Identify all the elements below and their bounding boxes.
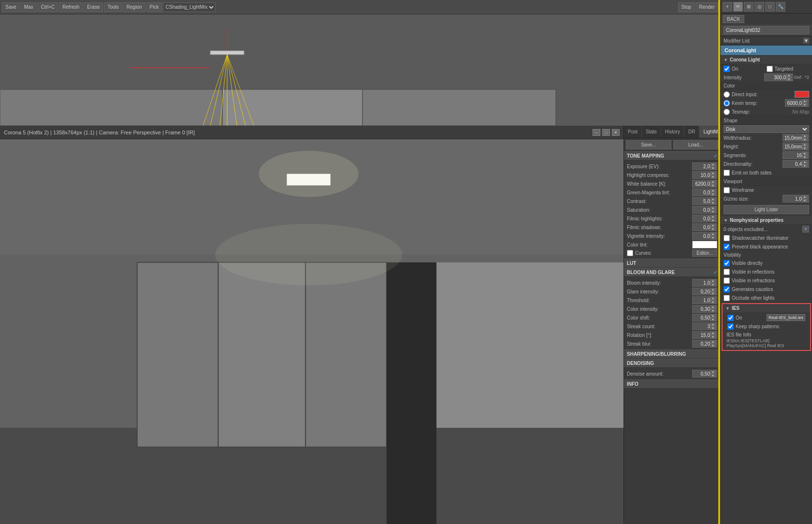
- wb-spin-up[interactable]: ▲: [710, 180, 716, 184]
- exposure-spin-up[interactable]: ▲: [710, 162, 716, 166]
- tab-dr[interactable]: DR: [684, 126, 699, 138]
- pick-button[interactable]: Pick: [146, 2, 162, 12]
- gizmo-size-input[interactable]: 1,0 ▲▼: [783, 195, 809, 203]
- on-checkbox[interactable]: [724, 66, 730, 72]
- minimize-button[interactable]: –: [593, 129, 600, 136]
- ctrl-c-button[interactable]: Ctrl+C: [38, 2, 58, 12]
- ies-file-button[interactable]: Real-IES_bold.ies: [767, 314, 805, 321]
- kelvin-radio[interactable]: [724, 100, 730, 106]
- highlight-spin-down[interactable]: ▼: [710, 175, 716, 179]
- tone-mapping-header[interactable]: TONE MAPPING ✓: [624, 151, 720, 160]
- direct-input-radio[interactable]: [724, 91, 730, 98]
- contrast-input[interactable]: 5,0 ▲▼: [692, 197, 717, 205]
- wireframe-row: Wireframe: [721, 186, 812, 194]
- wb-spin-down[interactable]: ▼: [710, 184, 716, 188]
- prevent-black-checkbox[interactable]: [724, 244, 730, 250]
- bloom-intensity-input[interactable]: 1,0 ▲▼: [692, 279, 717, 287]
- intensity-input[interactable]: 300,0 ▲▼: [764, 73, 793, 81]
- bloom-glare-header[interactable]: BLOOM AND GLARE ✓: [624, 268, 720, 277]
- hierarchy-icon[interactable]: ⊞: [744, 2, 754, 12]
- lut-header[interactable]: LUT: [624, 259, 720, 268]
- filmic-highlights-input[interactable]: 0,0 ▲▼: [692, 215, 717, 222]
- exposure-spin-down[interactable]: ▼: [710, 166, 716, 170]
- tab-history[interactable]: History: [661, 126, 684, 138]
- tab-stats[interactable]: Stats: [642, 126, 661, 138]
- color-intensity-input[interactable]: 0,30 ▲▼: [692, 305, 717, 313]
- height-input[interactable]: 15,0mm ▲▼: [783, 143, 809, 150]
- modifier-list-dropdown[interactable]: ▼: [803, 38, 809, 44]
- add-object-button[interactable]: +: [802, 226, 809, 233]
- generates-caustics-checkbox[interactable]: [724, 286, 730, 292]
- modify-icon[interactable]: ✏: [733, 2, 743, 12]
- highlight-spin-up[interactable]: ▲: [710, 171, 716, 175]
- visible-directly-checkbox[interactable]: [724, 260, 730, 266]
- tab-lightmix[interactable]: LightMix: [699, 126, 720, 138]
- denoise-input[interactable]: 0,50 ▲▼: [692, 370, 717, 378]
- glare-intensity-input[interactable]: 0,20 ▲▼: [692, 288, 717, 295]
- nonphysical-header[interactable]: ▼ Nonphysical properties: [721, 216, 812, 225]
- render-button[interactable]: Render: [696, 2, 718, 12]
- stop-button[interactable]: Stop: [678, 2, 695, 12]
- color-tint-swatch[interactable]: [692, 241, 717, 248]
- width-radius-input[interactable]: 15,0mm ▲▼: [783, 134, 809, 142]
- region-button[interactable]: Region: [123, 2, 145, 12]
- close-button[interactable]: ✕: [612, 129, 620, 136]
- exposure-input[interactable]: 2,0 ▲▼: [692, 162, 717, 170]
- segments-input[interactable]: 16 ▲▼: [783, 151, 809, 159]
- refresh-button[interactable]: Refresh: [59, 2, 83, 12]
- saturation-input[interactable]: 0,0 ▲▼: [692, 206, 717, 214]
- emit-both-checkbox[interactable]: [724, 170, 730, 176]
- create-icon[interactable]: +: [723, 2, 732, 12]
- threshold-input[interactable]: 1,0 ▲▼: [692, 296, 717, 304]
- max-button[interactable]: Max: [21, 2, 37, 12]
- streak-count-input[interactable]: 3 ▲▼: [692, 322, 717, 330]
- green-magenta-input[interactable]: 0,0 ▲▼: [692, 189, 717, 196]
- shadowcatcher-checkbox[interactable]: [724, 235, 730, 241]
- load-post-button[interactable]: Load...: [673, 140, 719, 149]
- visible-reflections-checkbox[interactable]: [724, 269, 730, 275]
- shape-type-select[interactable]: Disk: [724, 125, 809, 133]
- visible-refractions-checkbox[interactable]: [724, 277, 730, 284]
- save-button[interactable]: Save: [2, 2, 20, 12]
- ies-header[interactable]: ▼ IES: [723, 304, 810, 312]
- keep-sharp-checkbox[interactable]: [727, 323, 734, 330]
- max-3d-viewport[interactable]: [0, 15, 720, 126]
- back-button[interactable]: BACK: [723, 15, 744, 23]
- highlight-input[interactable]: 10,0 ▲▼: [692, 171, 717, 179]
- light-lister-button[interactable]: Light Lister: [724, 205, 809, 214]
- utilities-icon[interactable]: 🔧: [776, 2, 785, 12]
- curves-editor-button[interactable]: Editor...: [692, 249, 717, 257]
- save-post-button[interactable]: Save...: [626, 140, 671, 149]
- vignette-input[interactable]: 0,0 ▲▼: [692, 232, 717, 240]
- rotation-input[interactable]: 15,0 ▲▼: [692, 331, 717, 339]
- sharpening-header[interactable]: SHARPENING/BLURRING: [624, 349, 720, 359]
- corona-light-section-header[interactable]: ▼ Corona Light: [721, 56, 812, 64]
- kelvin-input[interactable]: 6000,0 ▲▼: [785, 99, 809, 107]
- streak-blur-input[interactable]: 0,20 ▲▼: [692, 340, 717, 348]
- object-name-input[interactable]: [724, 26, 809, 34]
- shading-dropdown[interactable]: CShading_LightMix: [163, 2, 216, 12]
- white-balance-input[interactable]: 6200,0 ▲▼: [692, 180, 717, 188]
- color-shift-input[interactable]: 0,50 ▲▼: [692, 314, 717, 321]
- motion-icon[interactable]: ◎: [754, 2, 764, 12]
- right-panel-scroll[interactable]: ▼ Corona Light On Targeted Intensity 300…: [721, 56, 812, 524]
- filmic-shadows-input[interactable]: 0,0 ▲▼: [692, 223, 717, 231]
- param-contrast: Contrast: 5,0 ▲▼: [626, 197, 718, 205]
- occlude-checkbox[interactable]: [724, 295, 730, 301]
- tab-post[interactable]: Post: [624, 126, 642, 138]
- directionality-input[interactable]: 0,4 ▲▼: [783, 160, 809, 168]
- corona-light-modifier[interactable]: CoronaLight: [721, 45, 812, 56]
- render-viewport[interactable]: [0, 139, 624, 524]
- info-header[interactable]: INFO: [624, 379, 720, 389]
- erase-button[interactable]: Erase: [84, 2, 103, 12]
- wireframe-checkbox[interactable]: [724, 187, 730, 193]
- tools-button[interactable]: Tools: [104, 2, 122, 12]
- ies-on-checkbox[interactable]: [727, 315, 734, 321]
- texmap-radio[interactable]: [724, 109, 730, 115]
- curves-checkbox[interactable]: [627, 250, 633, 256]
- maximize-button[interactable]: □: [602, 129, 610, 136]
- display-icon[interactable]: □: [765, 2, 775, 12]
- denoising-header[interactable]: DENOISING: [624, 359, 720, 368]
- direct-color-swatch[interactable]: [795, 91, 809, 98]
- targeted-checkbox[interactable]: [767, 66, 773, 72]
